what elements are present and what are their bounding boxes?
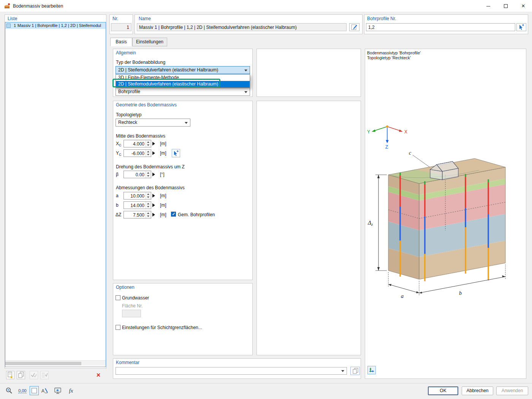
dz-expand-button[interactable] — [152, 213, 155, 217]
font-ruler-icon: A — [41, 387, 48, 394]
a-spinner[interactable] — [146, 192, 151, 199]
name-label: Name — [139, 16, 151, 21]
chevron-down-icon — [185, 122, 188, 124]
maximize-icon — [504, 4, 508, 8]
background-color-toggle[interactable] — [30, 386, 39, 395]
close-icon: × — [521, 3, 525, 10]
name-input[interactable] — [137, 23, 347, 31]
kommentar-copy-button[interactable] — [350, 367, 360, 375]
abmessungen-label: Abmessungen des Bodenmassivs — [116, 185, 185, 190]
optionen-panel — [113, 283, 253, 355]
app-icon — [4, 3, 11, 10]
maximize-button[interactable] — [497, 0, 515, 12]
nr-input[interactable] — [111, 23, 131, 31]
b-expand-button[interactable] — [152, 203, 155, 207]
selection-highlight-annotation — [112, 79, 220, 87]
yc-symbol: YC — [116, 150, 122, 157]
bohrprofile-nr-input[interactable] — [366, 23, 515, 31]
svg-text:★: ★ — [10, 375, 13, 379]
massiv-list[interactable] — [5, 22, 106, 367]
topologietyp-value: Rechteck — [118, 120, 137, 125]
delete-massiv-button[interactable]: × — [94, 371, 103, 379]
new-document-icon: ★ — [6, 371, 14, 379]
methode-select[interactable]: Bohrprofile — [116, 88, 250, 96]
preview-info-line2: Topologietyp 'Rechteck' — [367, 55, 411, 60]
geometrie-title: Geometrie des Bodenmassivs — [116, 102, 177, 108]
a-expand-button[interactable] — [152, 194, 155, 198]
typ-bodenabbildung-select[interactable]: 2D | Steifemodulverfahren (elastischer H… — [116, 66, 250, 74]
white-swatch-icon — [32, 388, 37, 393]
fx-icon: fx — [69, 388, 73, 394]
yc-unit: [m] — [160, 150, 166, 156]
pick-bohrprofile-button[interactable] — [516, 23, 526, 31]
copy-icon — [17, 371, 25, 379]
minimize-button[interactable] — [480, 0, 497, 12]
beta-spinner[interactable] — [146, 171, 151, 178]
ok-label: OK — [440, 388, 446, 393]
nr-label: Nr. — [112, 16, 118, 21]
gem-bohrprofilen-label: Gem. Bohrprofilen — [178, 212, 215, 217]
uncheck-all-button[interactable] — [40, 371, 49, 379]
beta-expand-button[interactable] — [152, 173, 155, 176]
topologietyp-select[interactable]: Rechteck — [116, 119, 190, 127]
function-editor-button[interactable]: fx — [66, 386, 76, 395]
preview-info-line1: Bodenmassivtyp 'Bohrprofile' — [367, 51, 421, 55]
magnifier-icon — [5, 387, 13, 394]
xc-symbol: XC — [116, 141, 122, 147]
new-massiv-button[interactable]: ★ — [6, 371, 14, 379]
double-check-icon — [30, 371, 38, 379]
dz-spinner[interactable] — [146, 211, 151, 218]
xc-expand-button[interactable] — [152, 142, 155, 146]
zoom-find-button[interactable] — [5, 386, 14, 395]
topologietyp-label: Topologietyp — [116, 112, 141, 117]
b-input[interactable]: 14.000 — [124, 201, 151, 209]
grundwasser-checkbox[interactable] — [116, 295, 120, 300]
list-hscrollbar-thumb[interactable] — [5, 362, 81, 365]
typ-bodenabbildung-label: Typ der Bodenabbildung — [116, 60, 165, 65]
pick-center-button[interactable] — [172, 149, 180, 157]
tab-einstellungen-label: Einstellungen — [136, 39, 163, 44]
list-item-massiv-1[interactable]: 1 Massiv 1 | Bohrprofile | 1,2 | 2D | St… — [5, 22, 106, 29]
view-options-button[interactable] — [367, 366, 376, 374]
decimal-places-button[interactable]: 0,00 — [17, 386, 27, 395]
display-properties-button[interactable]: A — [40, 386, 49, 395]
a-input[interactable]: 10.000 — [124, 192, 151, 200]
gem-bohrprofilen-checkbox[interactable] — [171, 212, 176, 217]
tab-einstellungen[interactable]: Einstellungen — [132, 38, 167, 46]
dz-input[interactable]: 7.500 — [124, 211, 151, 218]
kommentar-combobox[interactable] — [116, 367, 347, 375]
edit-name-button[interactable] — [349, 23, 359, 31]
xc-spinner[interactable] — [146, 140, 151, 147]
b-spinner[interactable] — [146, 202, 151, 209]
bodenmassiv-dialog: { "window": { "title": "Bodenmassiv bear… — [0, 0, 532, 399]
ok-button[interactable]: OK — [428, 386, 458, 395]
copy-massiv-button[interactable] — [17, 371, 25, 379]
list-item-text: Massiv 1 | Bohrprofile | 1,2 | 2D | Stei… — [17, 23, 105, 28]
typ-selected-value: 2D | Steifemodulverfahren (elastischer H… — [118, 67, 218, 73]
tab-basis[interactable]: Basis — [110, 38, 132, 46]
xc-unit: [m] — [160, 141, 166, 146]
flaeche-nr-label: Fläche Nr. — [122, 303, 143, 309]
close-button[interactable]: × — [515, 0, 532, 12]
kommentar-title: Kommentar — [116, 360, 139, 365]
yc-spinner[interactable] — [146, 150, 151, 157]
a-unit: [m] — [160, 193, 166, 198]
allgemein-title: Allgemein — [116, 50, 136, 55]
beta-input[interactable]: 0.00 — [124, 171, 151, 178]
check-all-button[interactable] — [30, 371, 38, 379]
schichtgrenzflaechen-label: Einstellungen für Schichtgrenzflächen... — [122, 325, 202, 330]
screen-display-button[interactable] — [53, 386, 63, 395]
drehung-label: Drehung des Bodenmassivs um Z — [116, 164, 185, 169]
aux-panel-top — [256, 49, 361, 97]
yc-input[interactable]: -6.000 — [124, 149, 151, 157]
list-hscrollbar[interactable] — [5, 360, 106, 366]
pick-cursor-icon — [173, 150, 179, 157]
schichtgrenzflaechen-checkbox[interactable] — [116, 325, 120, 330]
dz-value: 7.500 — [133, 212, 144, 218]
yc-expand-button[interactable] — [152, 151, 155, 155]
window-title: Bodenmassiv bearbeiten — [13, 3, 63, 9]
xc-input[interactable]: 4.000 — [124, 140, 151, 147]
monitor-icon — [54, 387, 62, 394]
cancel-button[interactable]: Abbrechen — [462, 386, 493, 395]
delete-icon: × — [97, 372, 101, 378]
